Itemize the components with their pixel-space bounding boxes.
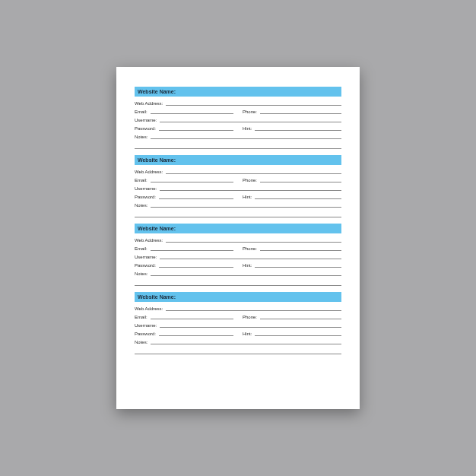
fill-line bbox=[151, 109, 233, 114]
email-label: Email: bbox=[135, 109, 151, 114]
web-address-label: Web Address: bbox=[135, 101, 166, 106]
fill-line bbox=[166, 101, 341, 106]
fill-line bbox=[160, 118, 341, 122]
web-address-label: Web Address: bbox=[135, 170, 166, 174]
phone-field: Phone: bbox=[243, 178, 341, 182]
password-label: Password: bbox=[135, 332, 159, 336]
fill-line bbox=[159, 332, 233, 336]
fill-line bbox=[260, 246, 341, 251]
web-address-field: Web Address: bbox=[135, 306, 341, 311]
email-label: Email: bbox=[135, 246, 151, 251]
entry-block: Website Name: Web Address: Email: Phone:… bbox=[135, 87, 341, 149]
fill-line bbox=[260, 315, 341, 319]
hint-label: Hint: bbox=[243, 332, 255, 336]
username-label: Username: bbox=[135, 323, 160, 328]
fill-line bbox=[151, 271, 341, 276]
username-label: Username: bbox=[135, 186, 160, 191]
fill-line bbox=[151, 135, 341, 139]
email-label: Email: bbox=[135, 315, 151, 319]
notes-label: Notes: bbox=[135, 135, 151, 139]
email-field: Email: bbox=[135, 178, 233, 182]
password-field: Password: bbox=[135, 195, 233, 199]
entry-header: Website Name: bbox=[135, 155, 341, 165]
notes-field: Notes: bbox=[135, 271, 341, 276]
email-label: Email: bbox=[135, 178, 151, 182]
email-field: Email: bbox=[135, 109, 233, 114]
entry-header: Website Name: bbox=[135, 87, 341, 97]
entry-block: Website Name: Web Address: Email: Phone:… bbox=[135, 155, 341, 217]
phone-label: Phone: bbox=[243, 109, 260, 114]
username-label: Username: bbox=[135, 118, 160, 122]
password-label: Password: bbox=[135, 263, 159, 268]
fill-line bbox=[135, 280, 341, 286]
fill-line bbox=[255, 263, 341, 268]
email-field: Email: bbox=[135, 315, 233, 319]
entry-header: Website Name: bbox=[135, 224, 341, 233]
fill-line bbox=[260, 178, 341, 182]
website-name-label: Website Name: bbox=[138, 294, 176, 300]
username-label: Username: bbox=[135, 255, 160, 259]
fill-line bbox=[159, 263, 233, 268]
notes-label: Notes: bbox=[135, 203, 151, 208]
fill-line bbox=[255, 332, 341, 336]
phone-label: Phone: bbox=[243, 178, 260, 182]
hint-field: Hint: bbox=[243, 263, 341, 268]
notes-field: Notes: bbox=[135, 135, 341, 139]
fill-line bbox=[135, 143, 341, 149]
notes-field: Notes: bbox=[135, 340, 341, 344]
fill-line bbox=[166, 170, 341, 174]
fill-line bbox=[166, 306, 341, 311]
hint-field: Hint: bbox=[243, 195, 341, 199]
fill-line bbox=[160, 186, 341, 191]
notes-field: Notes: bbox=[135, 203, 341, 208]
fill-line bbox=[159, 195, 233, 199]
hint-label: Hint: bbox=[243, 263, 255, 268]
fill-line bbox=[151, 178, 233, 182]
entry-block: Website Name: Web Address: Email: Phone:… bbox=[135, 292, 341, 354]
hint-field: Hint: bbox=[243, 126, 341, 131]
fill-line bbox=[159, 126, 233, 131]
notes-label: Notes: bbox=[135, 271, 151, 276]
fill-line bbox=[260, 109, 341, 114]
hint-field: Hint: bbox=[243, 332, 341, 336]
fill-line bbox=[151, 246, 233, 251]
phone-label: Phone: bbox=[243, 315, 260, 319]
fill-line bbox=[160, 255, 341, 259]
password-label: Password: bbox=[135, 195, 159, 199]
fill-line bbox=[151, 340, 341, 344]
hint-label: Hint: bbox=[243, 126, 255, 131]
password-log-page: Website Name: Web Address: Email: Phone:… bbox=[116, 67, 360, 409]
phone-label: Phone: bbox=[243, 246, 260, 251]
fill-line bbox=[160, 323, 341, 328]
email-field: Email: bbox=[135, 246, 233, 251]
website-name-label: Website Name: bbox=[138, 226, 176, 231]
fill-line bbox=[135, 211, 341, 217]
phone-field: Phone: bbox=[243, 246, 341, 251]
web-address-field: Web Address: bbox=[135, 170, 341, 174]
website-name-label: Website Name: bbox=[138, 157, 176, 163]
web-address-field: Web Address: bbox=[135, 238, 341, 243]
phone-field: Phone: bbox=[243, 109, 341, 114]
entry-block: Website Name: Web Address: Email: Phone:… bbox=[135, 224, 341, 286]
entry-header: Website Name: bbox=[135, 292, 341, 302]
fill-line bbox=[135, 348, 341, 354]
notes-label: Notes: bbox=[135, 340, 151, 344]
password-field: Password: bbox=[135, 126, 233, 131]
fill-line bbox=[151, 203, 341, 208]
web-address-label: Web Address: bbox=[135, 306, 166, 311]
username-field: Username: bbox=[135, 186, 341, 191]
fill-line bbox=[166, 238, 341, 243]
username-field: Username: bbox=[135, 323, 341, 328]
web-address-field: Web Address: bbox=[135, 101, 341, 106]
username-field: Username: bbox=[135, 255, 341, 259]
fill-line bbox=[151, 315, 233, 319]
web-address-label: Web Address: bbox=[135, 238, 166, 243]
password-label: Password: bbox=[135, 126, 159, 131]
username-field: Username: bbox=[135, 118, 341, 122]
fill-line bbox=[255, 126, 341, 131]
password-field: Password: bbox=[135, 263, 233, 268]
phone-field: Phone: bbox=[243, 315, 341, 319]
password-field: Password: bbox=[135, 332, 233, 336]
hint-label: Hint: bbox=[243, 195, 255, 199]
website-name-label: Website Name: bbox=[138, 89, 176, 94]
